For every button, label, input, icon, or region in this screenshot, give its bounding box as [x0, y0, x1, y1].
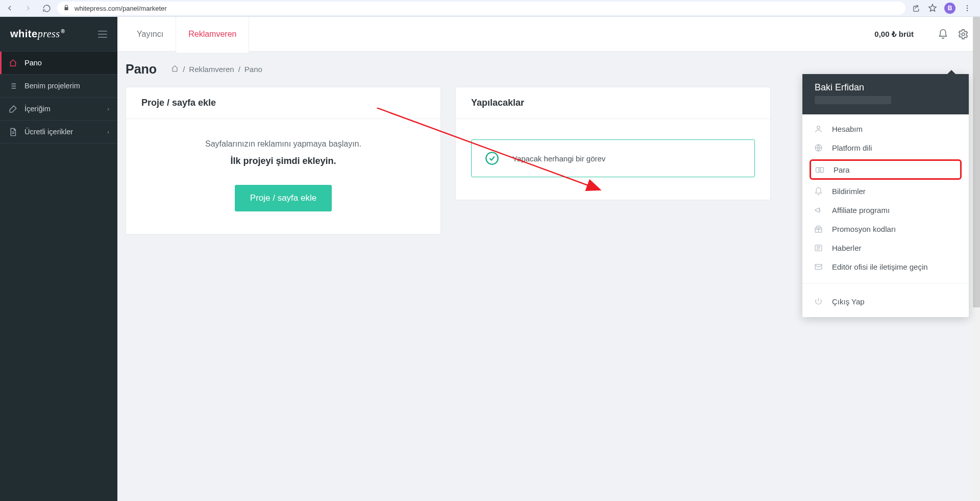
- page-title: Pano: [126, 62, 157, 77]
- svg-point-2: [967, 10, 968, 11]
- home-icon: [8, 59, 17, 67]
- sidebar-item-pano[interactable]: Pano: [0, 52, 117, 75]
- logo: whitepress®: [10, 28, 65, 40]
- dropdown-user-name: Baki Erfidan: [815, 82, 957, 93]
- sidebar: whitepress® Pano Benim projelerim İçeriğ…: [0, 17, 117, 501]
- topbar: Yayıncı Reklamveren 0,00 ₺ brüt: [117, 17, 980, 52]
- money-icon: [815, 165, 824, 174]
- card-title: Proje / sayfa ekle: [126, 87, 440, 119]
- card-todo: Yapılacaklar Yapacak herhangi bir görev: [455, 87, 771, 200]
- tab-advertiser[interactable]: Reklamveren: [176, 17, 249, 51]
- profile-avatar[interactable]: B: [944, 3, 955, 14]
- scrollbar-track[interactable]: [973, 17, 980, 501]
- svg-point-3: [962, 33, 965, 36]
- gear-icon[interactable]: [958, 29, 969, 40]
- star-icon[interactable]: [928, 4, 937, 13]
- project-bold: İlk projeyi şimdi ekleyin.: [141, 156, 425, 166]
- share-icon[interactable]: [912, 4, 921, 13]
- globe-icon: [814, 144, 823, 152]
- lock-icon: [63, 5, 69, 12]
- chevron-right-icon: ›: [107, 106, 109, 112]
- list-icon: [8, 82, 17, 90]
- megaphone-icon: [814, 206, 823, 214]
- dropdown-user-meta: [815, 96, 891, 104]
- menu-label: Haberler: [832, 244, 862, 252]
- menu-notifications[interactable]: Bildirimler: [802, 182, 969, 201]
- menu-label: Platform dili: [832, 144, 872, 152]
- svg-rect-7: [816, 168, 824, 172]
- role-tabs: Yayıncı Reklamveren: [117, 17, 249, 51]
- sidebar-item-paid[interactable]: Ücretli içerikler ›: [0, 121, 117, 144]
- menu-affiliate[interactable]: Affiliate programı: [802, 201, 969, 220]
- svg-point-5: [817, 126, 820, 129]
- browser-reload[interactable]: [42, 4, 51, 13]
- menu-money-highlighted[interactable]: Para: [810, 159, 962, 180]
- browser-forward[interactable]: [23, 4, 33, 13]
- menu-label: Para: [834, 165, 850, 174]
- logo-press: press: [38, 28, 60, 39]
- sidebar-item-label: Benim projelerim: [24, 82, 80, 90]
- user-icon: [814, 125, 823, 133]
- url-text: whitepress.com/panel/marketer: [75, 5, 167, 12]
- sidebar-item-label: Ücretli içerikler: [24, 128, 73, 136]
- menu-promo[interactable]: Promosyon kodları: [802, 220, 969, 238]
- scrollbar-thumb[interactable]: [973, 17, 980, 307]
- sidebar-item-label: İçeriğim: [24, 105, 51, 113]
- svg-point-1: [967, 8, 968, 9]
- card-title: Yapılacaklar: [456, 87, 770, 119]
- power-icon: [814, 297, 823, 306]
- crumb-sep: /: [238, 65, 240, 74]
- crumb-parent[interactable]: Reklamveren: [189, 65, 234, 74]
- address-bar[interactable]: whitepress.com/panel/marketer: [57, 2, 905, 15]
- balance[interactable]: 0,00 ₺ brüt: [874, 30, 914, 39]
- logo-white: white: [10, 28, 38, 39]
- menu-contact[interactable]: Editör ofisi ile iletişime geçin: [802, 257, 969, 276]
- user-dropdown: Baki Erfidan Hesabım Platform dili Para …: [802, 74, 969, 317]
- news-icon: [814, 244, 823, 252]
- logo-reg: ®: [61, 29, 65, 34]
- bell-icon: [814, 187, 823, 196]
- browser-bar: whitepress.com/panel/marketer B: [0, 0, 980, 17]
- sidebar-item-projects[interactable]: Benim projelerim: [0, 75, 117, 98]
- browser-menu-icon[interactable]: [963, 4, 972, 13]
- add-project-button[interactable]: Proje / sayfa ekle: [235, 185, 332, 211]
- menu-news[interactable]: Haberler: [802, 238, 969, 257]
- menu-label: Çıkış Yap: [832, 297, 865, 306]
- svg-point-4: [486, 152, 498, 164]
- menu-logout[interactable]: Çıkış Yap: [802, 292, 969, 311]
- crumb-sep: /: [183, 65, 185, 74]
- todo-ok-text: Yapacak herhangi bir görev: [512, 154, 605, 163]
- home-icon[interactable]: [171, 65, 179, 74]
- file-icon: [8, 128, 17, 136]
- todo-ok: Yapacak herhangi bir görev: [471, 139, 755, 177]
- svg-point-0: [967, 5, 968, 6]
- menu-toggle-icon[interactable]: [98, 31, 107, 38]
- check-circle-icon: [485, 151, 499, 165]
- app-root: whitepress® Pano Benim projelerim İçeriğ…: [0, 17, 980, 501]
- sidebar-item-content[interactable]: İçeriğim ›: [0, 98, 117, 121]
- crumb-current: Pano: [244, 65, 262, 74]
- edit-icon: [8, 105, 17, 113]
- menu-label: Promosyon kodları: [832, 225, 896, 233]
- dropdown-header: Baki Erfidan: [802, 74, 969, 114]
- gift-icon: [814, 225, 823, 233]
- card-add-project: Proje / sayfa ekle Sayfalarınızın reklam…: [126, 87, 441, 234]
- sidebar-header: whitepress®: [0, 17, 117, 52]
- chevron-right-icon: ›: [107, 129, 109, 135]
- svg-point-8: [819, 169, 821, 172]
- menu-label: Bildirimler: [832, 187, 866, 196]
- menu-label: Hesabım: [832, 125, 863, 133]
- breadcrumb: / Reklamveren / Pano: [171, 65, 262, 74]
- menu-language[interactable]: Platform dili: [802, 138, 969, 157]
- menu-account[interactable]: Hesabım: [802, 120, 969, 138]
- bell-icon[interactable]: [937, 29, 948, 40]
- tab-publisher[interactable]: Yayıncı: [125, 17, 176, 51]
- sidebar-item-label: Pano: [24, 59, 42, 67]
- project-desc: Sayfalarınızın reklamını yapmaya başlayı…: [141, 139, 425, 149]
- menu-label: Editör ofisi ile iletişime geçin: [832, 263, 928, 271]
- browser-back[interactable]: [5, 4, 14, 13]
- mail-icon: [814, 263, 823, 271]
- menu-label: Affiliate programı: [832, 206, 890, 214]
